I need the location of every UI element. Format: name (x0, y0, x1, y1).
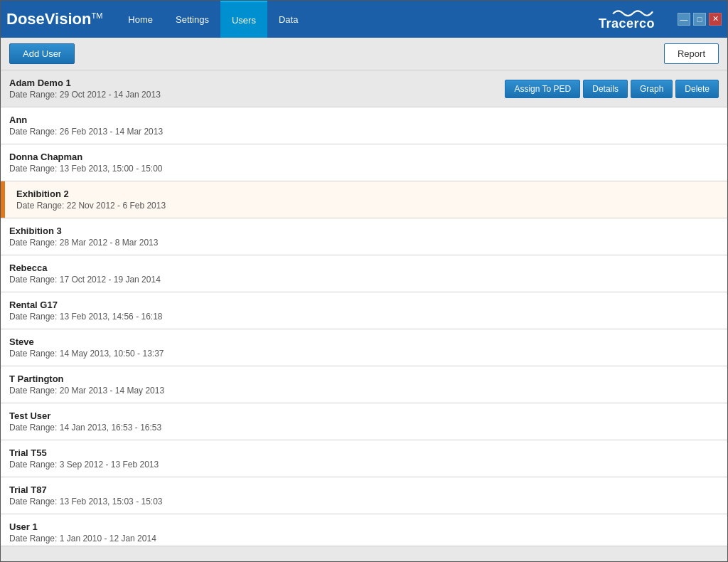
user-info: Adam Demo 1 Date Range: 29 Oct 2012 - 14… (9, 78, 505, 100)
details-button[interactable]: Details (583, 80, 628, 98)
status-bar (1, 546, 727, 561)
user-name: Test User (9, 410, 719, 421)
user-date: Date Range: 1 Jan 2010 - 12 Jan 2014 (9, 534, 719, 544)
table-row[interactable]: Trial T87 Date Range: 13 Feb 2013, 15:03… (1, 477, 727, 514)
user-info: Rental G17 Date Range: 13 Feb 2013, 14:5… (9, 299, 719, 322)
graph-button[interactable]: Graph (631, 80, 673, 98)
tracerco-name: Tracerco (599, 17, 655, 31)
user-name: Trial T55 (9, 447, 719, 458)
user-info: Steve Date Range: 14 May 2013, 10:50 - 1… (9, 336, 719, 359)
table-row[interactable]: User 1 Date Range: 1 Jan 2010 - 12 Jan 2… (1, 514, 727, 546)
app-title: DoseVisionTM (6, 10, 102, 28)
title-bar-right: Tracerco — □ ✕ (599, 7, 722, 31)
table-row[interactable]: Steve Date Range: 14 May 2013, 10:50 - 1… (1, 329, 727, 366)
user-date: Date Range: 29 Oct 2012 - 14 Jan 2013 (9, 90, 505, 100)
user-name: Adam Demo 1 (9, 78, 505, 88)
title-bar: DoseVisionTM Home Settings Users Data Tr… (1, 1, 727, 38)
table-row[interactable]: Donna Chapman Date Range: 13 Feb 2013, 1… (1, 144, 727, 181)
report-button[interactable]: Report (664, 43, 719, 64)
user-actions: Assign To PED Details Graph Delete (505, 80, 719, 98)
user-info: User 1 Date Range: 1 Jan 2010 - 12 Jan 2… (9, 521, 719, 544)
nav-data[interactable]: Data (267, 1, 309, 38)
user-info: Rebecca Date Range: 17 Oct 2012 - 19 Jan… (9, 263, 719, 285)
nav-menu: Home Settings Users Data (117, 1, 309, 38)
close-button[interactable]: ✕ (709, 13, 722, 26)
table-row[interactable]: Adam Demo 1 Date Range: 29 Oct 2012 - 14… (1, 70, 727, 107)
row-indicator (1, 181, 5, 218)
user-name: Trial T87 (9, 484, 719, 495)
toolbar: Add User Report (1, 38, 727, 70)
user-name: Exhibition 3 (9, 226, 719, 236)
user-info: Ann Date Range: 26 Feb 2013 - 14 Mar 201… (9, 115, 719, 137)
minimize-button[interactable]: — (678, 13, 690, 26)
user-info: Exhibition 3 Date Range: 28 Mar 2012 - 8… (9, 226, 719, 248)
table-row[interactable]: Rental G17 Date Range: 13 Feb 2013, 14:5… (1, 292, 727, 329)
user-date: Date Range: 14 May 2013, 10:50 - 13:37 (9, 349, 719, 359)
tracerco-logo: Tracerco (599, 7, 655, 31)
app-window: DoseVisionTM Home Settings Users Data Tr… (0, 0, 728, 562)
table-row[interactable]: Exhibition 2 Date Range: 22 Nov 2012 - 6… (1, 181, 727, 218)
user-name: Donna Chapman (9, 152, 719, 162)
user-name: Ann (9, 115, 719, 125)
user-info: Exhibition 2 Date Range: 22 Nov 2012 - 6… (9, 189, 719, 211)
nav-home[interactable]: Home (117, 1, 164, 38)
user-name: Rental G17 (9, 299, 719, 310)
user-date: Date Range: 14 Jan 2013, 16:53 - 16:53 (9, 423, 719, 433)
user-date: Date Range: 28 Mar 2012 - 8 Mar 2013 (9, 238, 719, 248)
user-info: Trial T55 Date Range: 3 Sep 2012 - 13 Fe… (9, 447, 719, 470)
title-bar-left: DoseVisionTM Home Settings Users Data (6, 1, 309, 38)
table-row[interactable]: Ann Date Range: 26 Feb 2013 - 14 Mar 201… (1, 107, 727, 144)
user-date: Date Range: 22 Nov 2012 - 6 Feb 2013 (16, 201, 719, 211)
user-info: Trial T87 Date Range: 13 Feb 2013, 15:03… (9, 484, 719, 507)
user-date: Date Range: 26 Feb 2013 - 14 Mar 2013 (9, 127, 719, 137)
table-row[interactable]: Trial T55 Date Range: 3 Sep 2012 - 13 Fe… (1, 440, 727, 477)
user-info: T Partington Date Range: 20 Mar 2013 - 1… (9, 373, 719, 396)
table-row[interactable]: Rebecca Date Range: 17 Oct 2012 - 19 Jan… (1, 255, 727, 292)
nav-users[interactable]: Users (220, 1, 267, 38)
assign-to-ped-button[interactable]: Assign To PED (505, 80, 580, 98)
table-row[interactable]: Exhibition 3 Date Range: 28 Mar 2012 - 8… (1, 218, 727, 255)
delete-button[interactable]: Delete (675, 80, 719, 98)
table-row[interactable]: T Partington Date Range: 20 Mar 2013 - 1… (1, 366, 727, 403)
user-date: Date Range: 13 Feb 2013, 15:00 - 15:00 (9, 164, 719, 174)
user-name: T Partington (9, 373, 719, 384)
table-row[interactable]: Test User Date Range: 14 Jan 2013, 16:53… (1, 403, 727, 440)
user-name: Rebecca (9, 263, 719, 273)
user-name: Exhibition 2 (16, 189, 719, 199)
user-date: Date Range: 17 Oct 2012 - 19 Jan 2014 (9, 275, 719, 285)
user-name: Steve (9, 336, 719, 347)
add-user-button[interactable]: Add User (9, 43, 75, 64)
nav-settings[interactable]: Settings (164, 1, 220, 38)
maximize-button[interactable]: □ (693, 13, 706, 26)
user-date: Date Range: 13 Feb 2013, 15:03 - 15:03 (9, 497, 719, 507)
tracerco-wave-icon (612, 7, 655, 17)
main-content: Adam Demo 1 Date Range: 29 Oct 2012 - 14… (1, 70, 727, 546)
user-name: User 1 (9, 521, 719, 532)
window-controls: — □ ✕ (678, 13, 722, 26)
user-date: Date Range: 13 Feb 2013, 14:56 - 16:18 (9, 312, 719, 322)
user-list: Adam Demo 1 Date Range: 29 Oct 2012 - 14… (1, 70, 727, 546)
user-date: Date Range: 20 Mar 2013 - 14 May 2013 (9, 386, 719, 396)
user-date: Date Range: 3 Sep 2012 - 13 Feb 2013 (9, 460, 719, 470)
user-info: Test User Date Range: 14 Jan 2013, 16:53… (9, 410, 719, 433)
user-info: Donna Chapman Date Range: 13 Feb 2013, 1… (9, 152, 719, 174)
